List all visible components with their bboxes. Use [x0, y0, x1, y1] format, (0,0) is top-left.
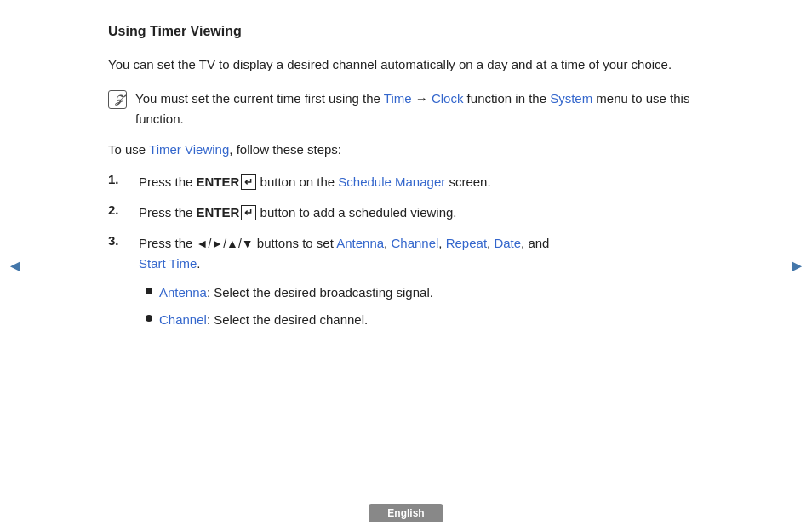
step-3-number: 3. [108, 233, 132, 248]
right-nav-arrow[interactable]: ► [788, 256, 805, 276]
bullet-dot-channel [146, 315, 152, 322]
bullet-dot-antenna [146, 288, 152, 294]
sub-list: Antenna: Select the desired broadcasting… [146, 283, 549, 330]
schedule-manager-link[interactable]: Schedule Manager [338, 174, 445, 189]
language-badge[interactable]: English [369, 504, 443, 522]
sub-item-channel: Channel: Select the desired channel. [146, 310, 549, 330]
sub-item-antenna-text: Antenna: Select the desired broadcasting… [159, 283, 433, 303]
step-1-enter: ENTER↵ [197, 172, 257, 192]
steps-list: 1. Press the ENTER↵ button on the Schedu… [108, 172, 704, 337]
step-2-text-after: button to add a scheduled viewing. [256, 205, 456, 220]
step-2-text-before: Press the [139, 205, 197, 220]
note-arrow: → [412, 91, 432, 106]
start-time-link[interactable]: Start Time [139, 256, 197, 271]
step-2: 2. Press the ENTER↵ button to add a sche… [108, 203, 704, 223]
step-1-enter-symbol: ↵ [241, 174, 256, 191]
step-2-enter-symbol: ↵ [241, 205, 256, 221]
page-title: Using Timer Viewing [108, 24, 242, 39]
follow-suffix: , follow these steps: [229, 142, 341, 157]
step-2-number: 2. [108, 203, 132, 217]
step-3-and: , and [521, 236, 549, 250]
sub-channel-text: : Select the desired channel. [207, 312, 368, 327]
left-nav-arrow[interactable]: ◄ [7, 256, 24, 276]
step-1-content: Press the ENTER↵ button on the Schedule … [139, 172, 491, 192]
step-1-number: 1. [108, 172, 132, 186]
system-link[interactable]: System [550, 91, 592, 106]
date-link[interactable]: Date [494, 236, 521, 250]
step-3-content: Press the ◄/►/▲/▼ buttons to set Antenna… [139, 233, 549, 337]
step-1-text-end: screen. [445, 174, 490, 189]
step-3-text-before: Press the [139, 236, 197, 250]
step-3-text-after: buttons to set [254, 236, 337, 250]
main-content: Using Timer Viewing You can set the TV t… [40, 0, 772, 371]
follow-text: To use Timer Viewing, follow these steps… [108, 140, 704, 160]
repeat-link[interactable]: Repeat [446, 236, 487, 250]
sub-item-antenna: Antenna: Select the desired broadcasting… [146, 283, 549, 303]
time-link[interactable]: Time [384, 91, 412, 106]
channel-link[interactable]: Channel [391, 236, 438, 250]
sub-antenna-text: : Select the desired broadcasting signal… [207, 285, 433, 300]
note-icon: 𝒵 [108, 90, 127, 109]
sub-item-channel-text: Channel: Select the desired channel. [159, 310, 368, 330]
step-3-period: . [197, 256, 200, 271]
step-2-content: Press the ENTER↵ button to add a schedul… [139, 203, 457, 223]
clock-link[interactable]: Clock [432, 91, 464, 106]
intro-text: You can set the TV to display a desired … [108, 54, 704, 75]
antenna-link[interactable]: Antenna [336, 236, 384, 250]
step-2-enter: ENTER↵ [197, 203, 257, 223]
sub-channel-label[interactable]: Channel [159, 312, 207, 327]
note-text: You must set the current time first usin… [135, 88, 704, 129]
step-1: 1. Press the ENTER↵ button on the Schedu… [108, 172, 704, 192]
note-text-1: You must set the current time first usin… [135, 91, 384, 106]
dpad-symbols: ◄/►/▲/▼ [197, 237, 254, 250]
note-box: 𝒵 You must set the current time first us… [108, 88, 704, 129]
follow-prefix: To use [108, 142, 149, 157]
timer-viewing-link[interactable]: Timer Viewing [149, 142, 229, 157]
step-1-text-before: Press the [139, 174, 197, 189]
step-3: 3. Press the ◄/►/▲/▼ buttons to set Ante… [108, 233, 704, 337]
sub-antenna-label[interactable]: Antenna [159, 285, 207, 300]
step-1-text-after: button on the [256, 174, 338, 189]
note-text-2: function in the [463, 91, 550, 106]
